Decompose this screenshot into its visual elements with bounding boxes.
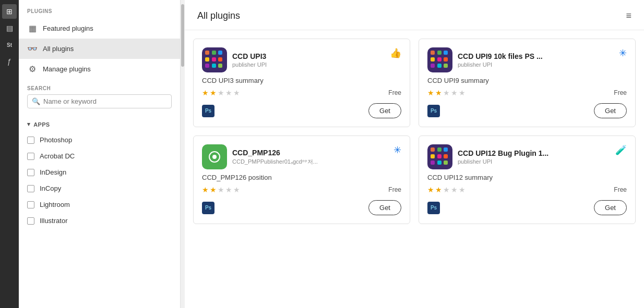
plugin-rating: ★ ★ ★ ★ ★ Free [202, 186, 401, 194]
scroll-thumb [181, 4, 184, 67]
star-5: ★ [233, 89, 240, 97]
photoshop-badge: Ps [202, 105, 214, 117]
plugin-header: CCD_PMP126 CCD_PMPPublisher01ₐgcdᵖᵖ저... … [202, 144, 401, 169]
photoshop-checkbox[interactable] [27, 137, 34, 144]
star-rating: ★ ★ ★ ★ ★ [202, 186, 240, 194]
plugin-header: CCD UPI12 Bug Plugin 1... publisher UPI … [427, 144, 627, 169]
app-item-indesign[interactable]: InDesign [19, 164, 180, 180]
flask-icon: 🧪 [615, 144, 627, 156]
sidebar-scrollbar[interactable] [181, 0, 185, 308]
get-button-ccd-upi9[interactable]: Get [594, 103, 627, 118]
plugin-footer: Ps Get [202, 103, 401, 118]
plugin-header: CCD UPI3 publisher UPI 👍 [202, 47, 401, 72]
indesign-label: InDesign [40, 168, 66, 176]
search-input[interactable] [43, 97, 167, 105]
plugin-publisher: CCD_PMPPublisher01ₐgcdᵖᵖ저... [232, 158, 318, 166]
featured-plugins-label: Featured plugins [43, 24, 93, 32]
star-5: ★ [459, 186, 466, 194]
plugin-rating: ★ ★ ★ ★ ★ Free [202, 89, 401, 97]
plugin-publisher: publisher UPI [458, 158, 548, 165]
layers-icon[interactable]: ▤ [2, 21, 17, 35]
stock-icon[interactable]: St [2, 38, 17, 52]
plugin-info: CCD UPI3 publisher UPI [202, 47, 267, 72]
get-button-ccd-pmp126[interactable]: Get [368, 200, 401, 215]
font-icon[interactable]: ƒ [2, 54, 17, 69]
star-rating: ★ ★ ★ ★ ★ [427, 186, 466, 194]
app-item-lightroom[interactable]: Lightroom [19, 196, 180, 213]
star-3: ★ [218, 186, 224, 194]
star-2: ★ [210, 186, 217, 194]
plugin-info: CCD_PMP126 CCD_PMPPublisher01ₐgcdᵖᵖ저... [202, 144, 318, 169]
nav-manage-plugins[interactable]: ⚙ Manage plugins [19, 59, 180, 79]
plugin-title-wrap: CCD_PMP126 CCD_PMPPublisher01ₐgcdᵖᵖ저... [232, 149, 318, 166]
plugin-card-ccd-pmp126: CCD_PMP126 CCD_PMPPublisher01ₐgcdᵖᵖ저... … [193, 135, 410, 224]
plugin-footer: Ps Get [427, 103, 627, 118]
star-rating: ★ ★ ★ ★ ★ [427, 89, 466, 97]
plugin-title: CCD UPI9 10k files PS ... [458, 52, 543, 60]
plugin-rating: ★ ★ ★ ★ ★ Free [427, 89, 627, 97]
app-item-incopy[interactable]: InCopy [19, 180, 180, 196]
app-item-acrobat[interactable]: Acrobat DC [19, 148, 180, 164]
new-badge-icon: ✳ [619, 47, 627, 59]
plugin-summary: CCD UPI3 summary [202, 77, 401, 84]
plugin-footer: Ps Get [427, 200, 627, 215]
illustrator-label: Illustrator [40, 217, 67, 225]
star-2: ★ [435, 186, 442, 194]
app-item-photoshop[interactable]: Photoshop [19, 132, 180, 148]
plugin-info: CCD UPI12 Bug Plugin 1... publisher UPI [427, 144, 548, 169]
star-4: ★ [225, 186, 232, 194]
lightroom-label: Lightroom [40, 201, 70, 208]
lightroom-checkbox[interactable] [27, 201, 34, 208]
plugin-info: CCD UPI9 10k files PS ... publisher UPI [427, 47, 543, 72]
price: Free [388, 186, 401, 193]
plugin-summary: CCD UPI9 summary [427, 77, 627, 84]
star-4: ★ [225, 89, 232, 97]
thumbs-up-icon: 👍 [390, 47, 401, 59]
acrobat-checkbox[interactable] [27, 153, 34, 160]
plugin-publisher: publisher UPI [458, 61, 543, 68]
page-title: All plugins [197, 10, 240, 21]
plugin-publisher: publisher UPI [232, 61, 267, 68]
manage-plugins-icon: ⚙ [27, 64, 38, 74]
star-2: ★ [210, 89, 217, 97]
star-4: ★ [451, 89, 458, 97]
search-label: SEARCH [27, 85, 172, 91]
search-input-wrap[interactable]: 🔍 [27, 94, 172, 108]
photoshop-label: Photoshop [40, 136, 72, 144]
plugin-title: CCD UPI12 Bug Plugin 1... [458, 149, 548, 157]
get-button-ccd-upi12[interactable]: Get [594, 200, 627, 215]
svg-point-1 [212, 155, 217, 159]
incopy-checkbox[interactable] [27, 185, 34, 192]
plugins-section-label: PLUGINS [19, 0, 180, 18]
price: Free [614, 89, 627, 96]
grid-icon[interactable]: ⊞ [2, 4, 17, 19]
indesign-checkbox[interactable] [27, 169, 34, 176]
apps-toggle[interactable]: ▾ APPS [19, 117, 180, 132]
star-4: ★ [451, 186, 458, 194]
all-plugins-icon: 👓 [27, 44, 38, 54]
main-header: All plugins ≡ [185, 0, 644, 30]
all-plugins-label: All plugins [43, 45, 74, 53]
app-item-illustrator[interactable]: Illustrator [19, 213, 180, 229]
nav-all-plugins[interactable]: 👓 All plugins [19, 39, 180, 59]
plugin-summary: CCD UPI12 summary [427, 174, 627, 181]
filter-icon[interactable]: ≡ [626, 10, 631, 21]
apps-section: ▾ APPS Photoshop Acrobat DC InDesign InC… [19, 113, 180, 233]
star-1: ★ [427, 186, 434, 194]
acrobat-label: Acrobat DC [40, 152, 75, 160]
illustrator-checkbox[interactable] [27, 217, 34, 225]
plugin-card-ccd-upi12: CCD UPI12 Bug Plugin 1... publisher UPI … [419, 135, 636, 224]
get-button-ccd-upi3[interactable]: Get [368, 103, 401, 118]
nav-featured-plugins[interactable]: ▦ Featured plugins [19, 18, 180, 39]
manage-plugins-label: Manage plugins [43, 65, 91, 73]
price: Free [388, 89, 401, 96]
plugin-title-wrap: CCD UPI12 Bug Plugin 1... publisher UPI [458, 149, 548, 165]
plugin-title-wrap: CCD UPI3 publisher UPI [232, 52, 267, 68]
search-section: SEARCH 🔍 [19, 79, 180, 113]
plugin-title-wrap: CCD UPI9 10k files PS ... publisher UPI [458, 52, 543, 68]
photoshop-badge: Ps [202, 202, 214, 214]
plugin-title: CCD UPI3 [232, 52, 267, 60]
plugin-card-ccd-upi3: CCD UPI3 publisher UPI 👍 CCD UPI3 summar… [193, 39, 410, 127]
star-3: ★ [218, 89, 224, 97]
sidebar: PLUGINS ▦ Featured plugins 👓 All plugins… [19, 0, 181, 308]
